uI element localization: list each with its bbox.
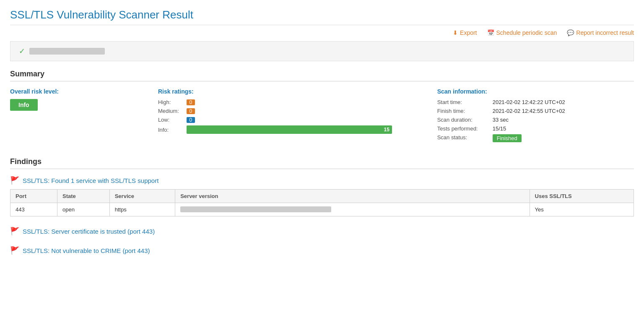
cell-server-version — [175, 203, 530, 216]
summary-section: Summary Overall risk level: Info Risk ra… — [10, 70, 634, 145]
export-button[interactable]: ⬇ Export — [453, 29, 477, 36]
scan-duration-row: Scan duration: 33 sec — [437, 117, 634, 123]
risk-ratings-col: Risk ratings: High: 0 Medium: 0 Low: 0 — [158, 88, 421, 145]
finding-3-title: 🚩 SSL/TLS: Not vulnerable to CRIME (port… — [10, 246, 634, 255]
cell-service: https — [109, 203, 175, 216]
finding-1: 🚩 SSL/TLS: Found 1 service with SSL/TLS … — [10, 176, 634, 216]
table-row: 443 open https Yes — [10, 203, 634, 216]
schedule-scan-button[interactable]: 📅 Schedule periodic scan — [487, 29, 557, 36]
tests-performed-value: 15/15 — [493, 125, 506, 132]
low-label: Low: — [158, 117, 183, 123]
info-bar: 15 — [187, 125, 392, 134]
overall-risk-col: Overall risk level: Info — [10, 88, 141, 145]
finding-2-title: 🚩 SSL/TLS: Server certificate is trusted… — [10, 227, 634, 236]
info-label: Info: — [158, 127, 183, 133]
export-icon: ⬇ — [453, 29, 458, 36]
cell-uses-ssl: Yes — [530, 203, 634, 216]
scan-info-table: Start time: 2021-02-02 12:42:22 UTC+02 F… — [437, 99, 634, 142]
scan-duration-label: Scan duration: — [437, 117, 488, 123]
schedule-icon: 📅 — [487, 29, 494, 36]
check-icon: ✓ — [19, 47, 25, 56]
finding-1-title-text[interactable]: SSL/TLS: Found 1 service with SSL/TLS su… — [23, 177, 158, 184]
start-time-label: Start time: — [437, 99, 488, 105]
summary-grid: Overall risk level: Info Risk ratings: H… — [10, 88, 634, 145]
finding-2-title-text[interactable]: SSL/TLS: Server certificate is trusted (… — [23, 228, 155, 235]
tests-performed-label: Tests performed: — [437, 125, 488, 132]
scan-target-bar: ✓ — [10, 41, 634, 61]
summary-title: Summary — [10, 70, 634, 78]
toolbar: ⬇ Export 📅 Schedule periodic scan 💬 Repo… — [10, 29, 634, 36]
risk-row-high: High: 0 — [158, 99, 421, 105]
col-server-version: Server version — [175, 190, 530, 203]
scan-info-col: Scan information: Start time: 2021-02-02… — [437, 88, 634, 145]
finish-time-label: Finish time: — [437, 108, 488, 114]
finding-1-title: 🚩 SSL/TLS: Found 1 service with SSL/TLS … — [10, 176, 634, 185]
col-uses-ssl: Uses SSL/TLS — [530, 190, 634, 203]
risk-badge: Info — [10, 99, 38, 111]
overall-risk-label: Overall risk level: — [10, 88, 141, 95]
finding-3: 🚩 SSL/TLS: Not vulnerable to CRIME (port… — [10, 246, 634, 255]
scan-status-label: Scan status: — [437, 134, 488, 142]
findings-section: Findings 🚩 SSL/TLS: Found 1 service with… — [10, 157, 634, 255]
export-label: Export — [460, 29, 477, 36]
scan-target-url — [29, 48, 105, 55]
scan-duration-value: 33 sec — [493, 117, 509, 123]
start-time-row: Start time: 2021-02-02 12:42:22 UTC+02 — [437, 99, 634, 105]
risk-row-medium: Medium: 0 — [158, 108, 421, 114]
scan-status-row: Scan status: Finished — [437, 134, 634, 142]
flag-icon-2: 🚩 — [10, 227, 19, 236]
title-divider — [10, 25, 634, 25]
scan-info-label: Scan information: — [437, 88, 634, 95]
risk-row-low: Low: 0 — [158, 117, 421, 123]
medium-value: 0 — [187, 108, 195, 114]
start-time-value: 2021-02-02 12:42:22 UTC+02 — [493, 99, 565, 105]
high-label: High: — [158, 99, 183, 105]
summary-divider — [10, 81, 634, 81]
schedule-label: Schedule periodic scan — [496, 29, 557, 36]
report-incorrect-button[interactable]: 💬 Report incorrect result — [567, 29, 634, 36]
cell-state: open — [57, 203, 109, 216]
table-header-row: Port State Service Server version Uses S… — [10, 190, 634, 203]
col-port: Port — [10, 190, 57, 203]
col-state: State — [57, 190, 109, 203]
risk-ratings-table: High: 0 Medium: 0 Low: 0 Info: 15 — [158, 99, 421, 134]
flag-icon-1: 🚩 — [10, 176, 19, 185]
finding-1-table: Port State Service Server version Uses S… — [10, 189, 634, 216]
report-label: Report incorrect result — [576, 29, 634, 36]
page-title: SSL/TLS Vulnerability Scanner Result — [10, 8, 634, 21]
finding-2: 🚩 SSL/TLS: Server certificate is trusted… — [10, 227, 634, 236]
tests-performed-row: Tests performed: 15/15 — [437, 125, 634, 132]
medium-label: Medium: — [158, 108, 183, 114]
col-service: Service — [109, 190, 175, 203]
flag-icon-3: 🚩 — [10, 246, 19, 255]
findings-title: Findings — [10, 157, 634, 166]
finish-time-row: Finish time: 2021-02-02 12:42:55 UTC+02 — [437, 108, 634, 114]
cell-port: 443 — [10, 203, 57, 216]
high-value: 0 — [187, 99, 195, 105]
scan-status-badge: Finished — [493, 134, 522, 142]
report-icon: 💬 — [567, 29, 574, 36]
finding-3-title-text[interactable]: SSL/TLS: Not vulnerable to CRIME (port 4… — [23, 247, 150, 254]
risk-row-info: Info: 15 — [158, 125, 421, 134]
finish-time-value: 2021-02-02 12:42:55 UTC+02 — [493, 108, 565, 114]
findings-divider — [10, 169, 634, 169]
low-value: 0 — [187, 117, 195, 123]
risk-ratings-label: Risk ratings: — [158, 88, 421, 95]
info-bar-value: 15 — [384, 127, 390, 133]
server-version-blurred — [180, 206, 331, 212]
